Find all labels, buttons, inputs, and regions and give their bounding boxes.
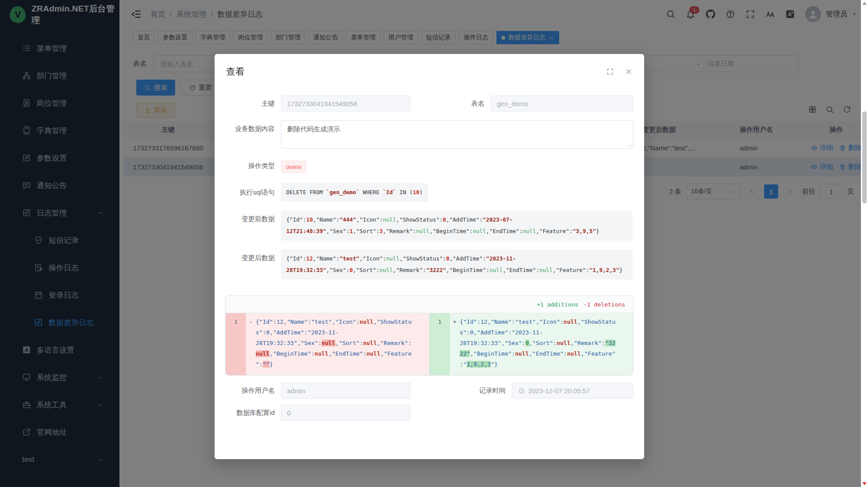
after-data-label: 变更后数据 [225,249,281,263]
record-time-label: 记录时间 [479,383,512,399]
diff-additions: +1 additions [537,301,578,308]
operation-type-label: 操作类型 [225,158,281,173]
diff-right-code: {"Id":12,"Name":"test","Icon":null,"Show… [460,313,617,375]
dialog-header: 查看 [215,54,644,78]
db-config-id-input: 0 [281,405,411,421]
table-name-field-label: 表名 [471,96,491,111]
dialog-body: 主键 1732733041941549056 表名 gen_demo 业务数据内… [215,78,644,421]
db-config-id-value: 0 [287,409,291,417]
diff-left-marker: - [246,313,256,375]
primary-key-value: 1732733041941549056 [287,100,357,107]
operator-label: 操作用户名 [225,383,281,399]
diff-deletions: -1 deletions [584,301,625,308]
scroll-up-arrow-icon[interactable] [862,2,867,5]
diff-before-pane: 1 - {"Id":12,"Name":"test","Icon":null,"… [226,313,430,375]
primary-key-label: 主键 [225,96,281,111]
diff-summary: +1 additions -1 deletions [226,296,633,313]
vertical-scrollbar[interactable] [861,0,868,487]
dialog-close-icon[interactable] [625,68,633,76]
view-dialog: 查看 主键 1732733041941549056 表名 gen_demo 业务… [215,54,644,459]
dialog-title: 查看 [226,65,245,78]
primary-key-input: 1732733041941549056 [281,96,411,111]
record-time-value: 2023-12-07 20:05:57 [528,387,590,395]
diff-right-marker: + [450,313,460,375]
clock-icon [518,387,525,394]
operation-type-tag: delete [281,161,306,173]
diff-right-line-number: 1 [430,313,450,375]
after-data-block: {"Id":12,"Name":"test","Icon":null,"Show… [281,249,633,280]
scroll-down-arrow-icon[interactable] [862,482,867,485]
table-name-field-input: gen_demo [491,96,634,111]
diff-left-code: {"Id":12,"Name":"test","Icon":null,"Show… [256,313,413,375]
scrollbar-thumb[interactable] [862,111,867,203]
before-data-label: 变更前数据 [225,211,281,224]
sql-label: 执行sql语句 [225,183,281,202]
sql-statement: DELETE FROM `gen_demo` WHERE `Id` IN (10… [281,183,428,202]
record-time-input: 2023-12-07 20:05:57 [512,383,634,399]
diff-panel: +1 additions -1 deletions 1 - {"Id":12,"… [225,295,634,376]
db-config-id-label: 数据库配置id [225,405,281,421]
table-name-value: gen_demo [497,100,528,107]
app-root: V ZRAdmin.NET后台管理 菜单管理部门管理岗位管理字典管理参数设置通知… [0,0,868,487]
dialog-fullscreen-icon[interactable] [606,68,614,76]
diff-left-line-number: 1 [226,313,246,375]
operator-value: admin [287,387,305,395]
business-content-textarea[interactable]: 删除代码生成演示 [281,120,634,149]
business-content-label: 业务数据内容 [225,120,281,134]
diff-after-pane: 1 + {"Id":12,"Name":"test","Icon":null,"… [430,313,633,375]
before-data-block: {"Id":10,"Name":"444","Icon":null,"ShowS… [281,211,633,241]
business-content-value: 删除代码生成演示 [287,125,340,133]
operator-input: admin [281,383,411,399]
